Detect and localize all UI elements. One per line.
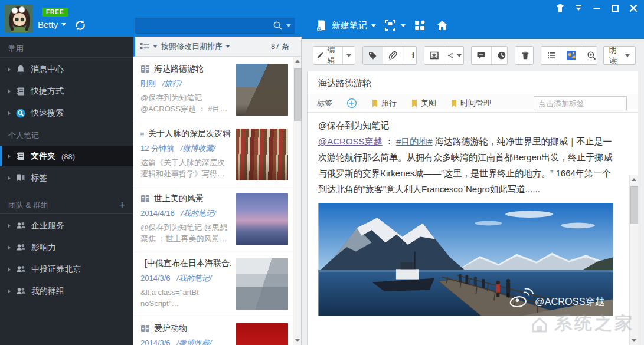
note-folder[interactable]: /我的笔记/ xyxy=(181,209,215,218)
new-note-caret[interactable] xyxy=(371,24,376,27)
screenshot-icon xyxy=(384,19,397,32)
maximize-button[interactable] xyxy=(608,2,622,15)
sidebar-item-quick-search[interactable]: 快速搜索 xyxy=(0,103,133,123)
expand-arrow-icon[interactable] xyxy=(8,67,11,72)
screen-capture-button[interactable] xyxy=(384,17,406,34)
scroll-up-button[interactable] xyxy=(293,57,302,65)
scrollbar-thumb[interactable] xyxy=(630,186,638,224)
edit-button[interactable]: 编辑 xyxy=(313,47,343,64)
delete-button[interactable] xyxy=(515,47,534,64)
note-folder[interactable]: /微博收藏/ xyxy=(176,339,211,345)
edit-options-caret[interactable] xyxy=(343,47,355,64)
group-icon xyxy=(15,286,27,297)
zoom-in-icon xyxy=(587,51,596,60)
add-tag-icon[interactable] xyxy=(346,98,357,109)
sidebar-item-message-center[interactable]: 消息中心 xyxy=(0,60,133,80)
note-thumbnail xyxy=(236,129,288,180)
home-icon xyxy=(436,19,449,32)
read-aloud-caret[interactable] xyxy=(625,54,630,57)
collapse-button[interactable] xyxy=(571,2,586,15)
zoom-button[interactable] xyxy=(581,47,597,64)
note-list-item[interactable]: 关于人脉的深层次逻辑 12 分钟前 /微博收藏/ 这篇《关于人脉的深层次逻辑和处… xyxy=(133,121,293,186)
share-caret[interactable] xyxy=(457,54,462,57)
expand-arrow-icon[interactable] xyxy=(8,224,11,228)
sidebar-item-label: 消息中心 xyxy=(31,64,64,75)
home-button[interactable] xyxy=(436,17,449,34)
note-folder[interactable]: /我的笔记/ xyxy=(176,274,211,282)
editor-toolbar: 编辑 i xyxy=(313,46,636,65)
add-group-button[interactable]: + xyxy=(119,200,125,211)
note-folder[interactable]: /微博收藏/ xyxy=(181,144,215,153)
sidebar-item-folders[interactable]: 文件夹 (88) xyxy=(0,146,133,166)
screen-capture-caret[interactable] xyxy=(401,24,406,27)
avatar[interactable] xyxy=(5,4,33,32)
tag-button[interactable] xyxy=(363,47,383,64)
skin-button[interactable] xyxy=(553,2,567,15)
account-menu[interactable]: Betty xyxy=(38,19,66,29)
search-input[interactable] xyxy=(139,21,273,31)
search-icon[interactable] xyxy=(273,21,283,31)
editor-panel: 编辑 i xyxy=(302,37,644,345)
tag-chip[interactable]: 美图 xyxy=(411,98,436,109)
new-note-button[interactable]: 新建笔记 xyxy=(316,17,376,34)
sort-selector[interactable]: 按照修改日期排序 xyxy=(161,41,230,52)
note-list-item[interactable]: [中俄宣布在日本海联合... 2014/3/6 /我的笔记/ &lt;a cla… xyxy=(133,251,293,316)
author-link[interactable]: @ACROSS穿越 xyxy=(318,136,383,146)
tags-bar: 标签 旅行 美图 时间管理 xyxy=(308,94,638,113)
tag-label: 时间管理 xyxy=(460,98,491,109)
note-list-item[interactable]: 世上美的风景 2014/4/16 /我的笔记/ @保存到为知笔记 @思想聚焦 ：… xyxy=(133,186,293,251)
search-box xyxy=(135,18,295,34)
comment-button[interactable] xyxy=(472,47,492,64)
scroll-up-button[interactable] xyxy=(630,175,638,184)
note-icon xyxy=(140,194,150,203)
note-summary: 这篇《关于人脉的深层次逻辑和处事哲学》写得非常好。... xyxy=(140,157,231,179)
sync-button[interactable] xyxy=(73,18,87,32)
history-button[interactable] xyxy=(492,47,508,64)
expand-arrow-icon[interactable] xyxy=(8,245,11,250)
view-mode-caret[interactable] xyxy=(153,45,158,48)
group-icon xyxy=(15,242,27,253)
widgets-button[interactable] xyxy=(413,17,426,34)
scroll-down-button[interactable] xyxy=(630,336,638,345)
sidebar-item-enterprise[interactable]: 企业服务 xyxy=(0,216,133,236)
search-options-caret[interactable] xyxy=(286,24,291,27)
sidebar-item-tags[interactable]: 标签 xyxy=(0,168,133,188)
view-mode-icon[interactable] xyxy=(140,42,149,51)
topic-link[interactable]: #目的地# xyxy=(396,136,433,146)
read-aloud-button[interactable]: 朗读 xyxy=(604,47,635,64)
expand-arrow-icon[interactable] xyxy=(8,267,11,272)
save-to-button[interactable] xyxy=(424,47,444,64)
sidebar-item-label: 企业服务 xyxy=(31,221,64,231)
note-title: 海达路德游轮 xyxy=(154,64,204,74)
close-button[interactable] xyxy=(626,2,640,15)
editor-scrollbar[interactable] xyxy=(629,175,638,345)
reading-theme-button[interactable] xyxy=(561,47,581,64)
sidebar-item-my-groups[interactable]: 我的群组 xyxy=(0,281,133,301)
note-list-item[interactable]: 爱护动物 2014/3/6 /微博收藏/ xyxy=(133,316,293,345)
expand-arrow-icon[interactable] xyxy=(8,111,11,116)
note-folder[interactable]: /旅行/ xyxy=(162,79,182,88)
tag-chip[interactable]: 时间管理 xyxy=(450,98,491,109)
sidebar-item-influence[interactable]: 影响力 xyxy=(0,238,133,258)
info-button[interactable]: i xyxy=(403,47,417,64)
outline-button[interactable] xyxy=(541,47,561,64)
user-name-label: Betty xyxy=(38,19,58,29)
expand-arrow-icon[interactable] xyxy=(8,289,11,294)
tag-label: 旅行 xyxy=(381,98,397,109)
expand-arrow-icon[interactable] xyxy=(8,154,11,159)
top-bar: FREE Betty 新建笔记 xyxy=(0,0,644,37)
note-thumbnail xyxy=(236,64,288,116)
expand-arrow-icon[interactable] xyxy=(8,176,11,180)
note-list-item[interactable]: 海达路德游轮 刚刚 /旅行/ @保存到为知笔记 @ACROSS穿越 ： #目的地… xyxy=(133,57,293,121)
scroll-down-button[interactable] xyxy=(293,336,302,345)
tag-chip[interactable]: 旅行 xyxy=(371,98,397,109)
minimize-button[interactable] xyxy=(590,2,604,15)
scrollbar-thumb[interactable] xyxy=(294,68,302,121)
sidebar-item-securities[interactable]: 中投证券北京 xyxy=(0,259,133,280)
sidebar-item-shortcuts[interactable]: 快捷方式 xyxy=(0,81,133,101)
attachment-button[interactable] xyxy=(383,47,403,64)
expand-arrow-icon[interactable] xyxy=(8,89,11,94)
add-tag-input[interactable] xyxy=(534,96,627,110)
share-button[interactable] xyxy=(444,47,464,64)
note-list-scrollbar[interactable] xyxy=(293,57,301,345)
